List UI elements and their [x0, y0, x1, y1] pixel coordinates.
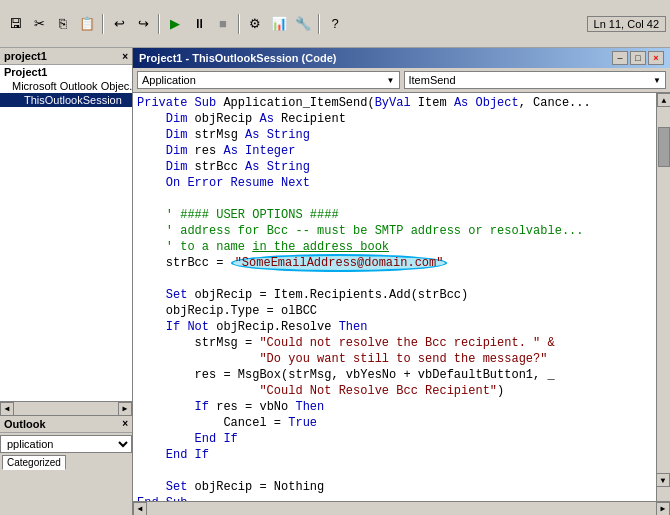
code-hscrollbar[interactable]: ◀ ▶ [133, 501, 670, 515]
code-line-25: Set objRecip = Nothing [137, 479, 666, 495]
left-panel: project1 × Project1 Microsoft Outlook Ob… [0, 48, 133, 515]
scroll-right-arrow[interactable]: ▶ [118, 402, 132, 416]
email-highlight: "SomeEmailAddress@domain.com" [231, 254, 448, 272]
hscroll-left-arrow[interactable]: ◀ [133, 502, 147, 516]
procedure-dropdown-arrow: ▼ [653, 76, 661, 85]
hscroll-track [147, 503, 656, 515]
properties-tabs: Categorized [0, 455, 132, 470]
code-line-19: "Could Not Resolve Bcc Recipient") [137, 383, 666, 399]
code-line-14: objRecip.Type = olBCC [137, 303, 666, 319]
scroll-left-arrow[interactable]: ◀ [0, 402, 14, 416]
code-titlebar: Project1 - ThisOutlookSession (Code) – □… [133, 48, 670, 68]
scroll-track [14, 403, 118, 415]
toolbar-btn-5[interactable]: ⚙ [244, 13, 266, 35]
code-line-6: On Error Resume Next [137, 175, 666, 191]
toolbar-btn-paste[interactable]: 📋 [76, 13, 98, 35]
properties-close-btn[interactable]: × [122, 418, 128, 430]
tree-outlook-label: Microsoft Outlook Objec... [12, 80, 132, 92]
code-editor-panel: Project1 - ThisOutlookSession (Code) – □… [133, 48, 670, 515]
hscroll-right-arrow[interactable]: ▶ [656, 502, 670, 516]
procedure-dropdown[interactable]: ItemSend ▼ [404, 71, 667, 89]
tree-outlook-objects[interactable]: Microsoft Outlook Objec... [0, 79, 132, 93]
code-line-11: strBcc = "SomeEmailAddress@domain.com" [137, 255, 666, 271]
toolbar-btn-7[interactable]: 🔧 [292, 13, 314, 35]
vscroll-up-arrow[interactable]: ▲ [657, 93, 670, 107]
project-panel-title: project1 × [0, 48, 132, 65]
code-line-2: Dim objRecip As Recipient [137, 111, 666, 127]
close-btn[interactable]: × [648, 51, 664, 65]
sep-2 [158, 14, 160, 34]
code-line-10: ' to a name in the address book [137, 239, 666, 255]
toolbar: 🖫 ✂ ⎘ 📋 ↩ ↪ ▶ ⏸ ■ ⚙ 📊 🔧 ? Ln 11, Col 42 [0, 0, 670, 48]
tree-session-label: ThisOutlookSession [24, 94, 122, 106]
code-line-8: ' #### USER OPTIONS #### [137, 207, 666, 223]
code-window-title: Project1 - ThisOutlookSession (Code) [139, 52, 336, 64]
code-line-24 [137, 463, 666, 479]
tree-root[interactable]: Project1 [0, 65, 132, 79]
properties-panel: Outlook × pplication Categorized [0, 415, 132, 515]
tree-this-outlook-session[interactable]: ThisOutlookSession [0, 93, 132, 107]
code-line-15: If Not objRecip.Resolve Then [137, 319, 666, 335]
code-line-9: ' address for Bcc -- must be SMTP addres… [137, 223, 666, 239]
status-text: Ln 11, Col 42 [587, 16, 666, 32]
code-line-16: strMsg = "Could not resolve the Bcc reci… [137, 335, 666, 351]
code-editor[interactable]: Private Sub Application_ItemSend(ByVal I… [133, 93, 670, 501]
object-dropdown[interactable]: Application ▼ [137, 71, 400, 89]
toolbar-btn-stop[interactable]: ■ [212, 13, 234, 35]
toolbar-btn-8[interactable]: ? [324, 13, 346, 35]
tab-categorized[interactable]: Categorized [2, 455, 66, 470]
sep-1 [102, 14, 104, 34]
toolbar-btn-undo[interactable]: ↩ [108, 13, 130, 35]
procedure-dropdown-label: ItemSend [409, 74, 456, 86]
tree-root-label: Project1 [4, 66, 47, 78]
project-name-label: project1 [4, 50, 47, 62]
toolbar-btn-play[interactable]: ▶ [164, 13, 186, 35]
titlebar-buttons: – □ × [612, 51, 664, 65]
code-line-3: Dim strMsg As String [137, 127, 666, 143]
sep-4 [318, 14, 320, 34]
code-line-12 [137, 271, 666, 287]
vscroll-thumb[interactable] [658, 127, 670, 167]
code-line-23: End If [137, 447, 666, 463]
toolbar-btn-copy[interactable]: ⎘ [52, 13, 74, 35]
code-dropdowns-bar: Application ▼ ItemSend ▼ [133, 68, 670, 93]
code-line-18: res = MsgBox(strMsg, vbYesNo + vbDefault… [137, 367, 666, 383]
project-tree: Project1 Microsoft Outlook Objec... This… [0, 65, 132, 401]
properties-dropdown[interactable]: pplication [0, 435, 132, 453]
properties-title: Outlook × [0, 416, 132, 433]
code-line-7 [137, 191, 666, 207]
toolbar-btn-redo[interactable]: ↪ [132, 13, 154, 35]
object-dropdown-label: Application [142, 74, 196, 86]
code-line-13: Set objRecip = Item.Recipients.Add(strBc… [137, 287, 666, 303]
project-close-btn[interactable]: × [122, 51, 128, 62]
code-line-5: Dim strBcc As String [137, 159, 666, 175]
code-line-1: Private Sub Application_ItemSend(ByVal I… [137, 95, 666, 111]
minimize-btn[interactable]: – [612, 51, 628, 65]
code-line-17: "Do you want still to send the message?" [137, 351, 666, 367]
code-line-26: End Sub [137, 495, 666, 501]
code-line-21: Cancel = True [137, 415, 666, 431]
maximize-btn[interactable]: □ [630, 51, 646, 65]
toolbar-btn-pause[interactable]: ⏸ [188, 13, 210, 35]
toolbar-btn-2[interactable]: ✂ [28, 13, 50, 35]
code-line-4: Dim res As Integer [137, 143, 666, 159]
code-vscrollbar[interactable]: ▲ ▼ [656, 93, 670, 501]
toolbar-btn-1[interactable]: 🖫 [4, 13, 26, 35]
code-line-20: If res = vbNo Then [137, 399, 666, 415]
code-line-22: End If [137, 431, 666, 447]
toolbar-btn-6[interactable]: 📊 [268, 13, 290, 35]
properties-label: Outlook [4, 418, 46, 430]
main-area: project1 × Project1 Microsoft Outlook Ob… [0, 48, 670, 515]
object-dropdown-arrow: ▼ [387, 76, 395, 85]
tree-hscrollbar[interactable]: ◀ ▶ [0, 401, 132, 415]
vscroll-down-arrow[interactable]: ▼ [656, 473, 670, 487]
sep-3 [238, 14, 240, 34]
